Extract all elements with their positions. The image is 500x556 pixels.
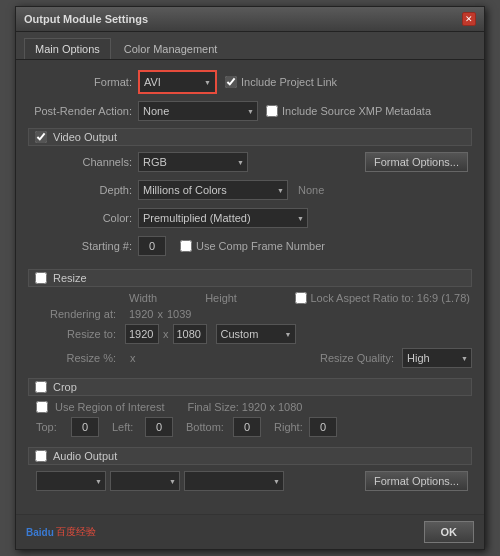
color-select[interactable]: Premultiplied (Matted) Straight (Unmatte… — [138, 208, 308, 228]
use-comp-frame-label: Use Comp Frame Number — [196, 240, 325, 252]
color-select-wrapper: Premultiplied (Matted) Straight (Unmatte… — [138, 208, 308, 228]
bottom-label: Bottom: — [186, 421, 228, 433]
audio-select3[interactable] — [184, 471, 284, 491]
crop-label: Crop — [53, 381, 77, 393]
starting-input[interactable] — [138, 236, 166, 256]
resize-to-h-input[interactable] — [173, 324, 207, 344]
audio-select2[interactable] — [110, 471, 180, 491]
resize-to-label: Resize to: — [36, 328, 116, 340]
dialog-title: Output Module Settings — [24, 13, 148, 25]
format-row: Format: AVI QuickTime H.264 MP4 Include … — [28, 70, 472, 94]
include-project-link-label: Include Project Link — [241, 76, 337, 88]
height-label: Height — [205, 292, 237, 304]
include-project-link-row: Include Project Link — [225, 76, 337, 88]
resize-quality-select[interactable]: High Low Bicubic — [402, 348, 472, 368]
crop-header: Crop — [28, 378, 472, 396]
resize-body: Width Height Lock Aspect Ratio to: 16:9 … — [28, 292, 472, 378]
resize-checkbox[interactable] — [35, 272, 47, 284]
resize-to-w-input[interactable] — [125, 324, 159, 344]
title-bar: Output Module Settings ✕ — [16, 7, 484, 32]
include-project-link-checkbox[interactable] — [225, 76, 237, 88]
resize-quality-label: Resize Quality: — [320, 352, 394, 364]
main-content: Format: AVI QuickTime H.264 MP4 Include … — [16, 60, 484, 514]
audio-controls-row: Format Options... — [28, 470, 472, 492]
tab-bar: Main Options Color Management — [16, 32, 484, 60]
depth-select[interactable]: Millions of Colors Millions of Colors+ T… — [138, 180, 288, 200]
audio-format-options-button[interactable]: Format Options... — [365, 471, 468, 491]
crop-left-input[interactable] — [145, 417, 173, 437]
include-xmp-checkbox[interactable] — [266, 105, 278, 117]
crop-top-input[interactable] — [71, 417, 99, 437]
channels-select[interactable]: RGB RGBA Alpha — [138, 152, 248, 172]
rendering-at-row: Rendering at: 1920 x 1039 — [28, 308, 472, 320]
rendering-at-label: Rendering at: — [36, 308, 116, 320]
crop-right-input[interactable] — [309, 417, 337, 437]
color-label: Color: — [28, 212, 138, 224]
format-select-wrapper: AVI QuickTime H.264 MP4 — [138, 70, 217, 94]
audio-select3-wrapper — [184, 471, 284, 491]
video-output-body: Channels: RGB RGBA Alpha Format Options.… — [28, 151, 472, 269]
resize-pct-row: Resize %: x Resize Quality: High Low Bic… — [28, 348, 472, 368]
audio-select1-wrapper — [36, 471, 106, 491]
audio-output-body: Format Options... — [28, 470, 472, 504]
starting-label: Starting #: — [28, 240, 138, 252]
include-xmp-row: Include Source XMP Metadata — [266, 105, 431, 117]
width-label: Width — [129, 292, 157, 304]
format-label: Format: — [28, 76, 138, 88]
depth-select-wrapper: Millions of Colors Millions of Colors+ T… — [138, 180, 288, 200]
use-comp-frame-checkbox[interactable] — [180, 240, 192, 252]
resize-preset-select[interactable]: Custom — [216, 324, 296, 344]
resize-header: Resize — [28, 269, 472, 287]
resize-pct-label: Resize %: — [36, 352, 116, 364]
audio-select2-wrapper — [110, 471, 180, 491]
post-render-row: Post-Render Action: None Import Import &… — [28, 100, 472, 122]
tab-color-management[interactable]: Color Management — [113, 38, 229, 59]
depth-row: Depth: Millions of Colors Millions of Co… — [28, 179, 472, 201]
video-output-header: Video Output — [28, 128, 472, 146]
ok-button[interactable]: OK — [424, 521, 475, 543]
rendering-w: 1920 — [129, 308, 153, 320]
video-output-label: Video Output — [53, 131, 117, 143]
resize-quality-wrapper: High Low Bicubic — [402, 348, 472, 368]
channels-label: Channels: — [28, 156, 138, 168]
video-output-checkbox[interactable] — [35, 131, 47, 143]
channels-row: Channels: RGB RGBA Alpha Format Options.… — [28, 151, 472, 173]
crop-roi-row: Use Region of Interest Final Size: 1920 … — [28, 401, 472, 413]
crop-values-row: Top: Left: Bottom: Right: — [28, 417, 472, 437]
crop-body: Use Region of Interest Final Size: 1920 … — [28, 401, 472, 447]
format-select[interactable]: AVI QuickTime H.264 MP4 — [140, 72, 215, 92]
format-options-button[interactable]: Format Options... — [365, 152, 468, 172]
starting-row: Starting #: Use Comp Frame Number — [28, 235, 472, 257]
depth-label: Depth: — [28, 184, 138, 196]
right-label: Right: — [274, 421, 304, 433]
post-render-select[interactable]: None Import Import & Replace Usage — [138, 101, 258, 121]
rendering-h: 1039 — [167, 308, 191, 320]
left-label: Left: — [112, 421, 140, 433]
lock-aspect-checkbox[interactable] — [295, 292, 307, 304]
use-comp-frame-row: Use Comp Frame Number — [180, 240, 325, 252]
resize-preset-wrapper: Custom — [216, 324, 296, 344]
bottom-bar: Baidu 百度经验 OK — [16, 514, 484, 549]
crop-bottom-input[interactable] — [233, 417, 261, 437]
none-label: None — [298, 184, 324, 196]
close-button[interactable]: ✕ — [462, 12, 476, 26]
use-roi-checkbox[interactable] — [36, 401, 48, 413]
crop-checkbox[interactable] — [35, 381, 47, 393]
use-roi-label: Use Region of Interest — [55, 401, 164, 413]
lock-aspect-label: Lock Aspect Ratio to: 16:9 (1.78) — [310, 292, 470, 304]
audio-select1[interactable] — [36, 471, 106, 491]
resize-pct-x: x — [130, 352, 136, 364]
top-label: Top: — [36, 421, 66, 433]
channels-select-wrapper: RGB RGBA Alpha — [138, 152, 248, 172]
post-render-select-wrapper: None Import Import & Replace Usage — [138, 101, 258, 121]
dialog: Output Module Settings ✕ Main Options Co… — [15, 6, 485, 550]
final-size-label: Final Size: 1920 x 1080 — [187, 401, 302, 413]
audio-output-checkbox[interactable] — [35, 450, 47, 462]
tab-main-options[interactable]: Main Options — [24, 38, 111, 59]
resize-label: Resize — [53, 272, 87, 284]
audio-output-label: Audio Output — [53, 450, 117, 462]
watermark: Baidu 百度经验 — [26, 525, 96, 539]
resize-labels-row: Width Height Lock Aspect Ratio to: 16:9 … — [28, 292, 472, 304]
color-row: Color: Premultiplied (Matted) Straight (… — [28, 207, 472, 229]
include-xmp-label: Include Source XMP Metadata — [282, 105, 431, 117]
